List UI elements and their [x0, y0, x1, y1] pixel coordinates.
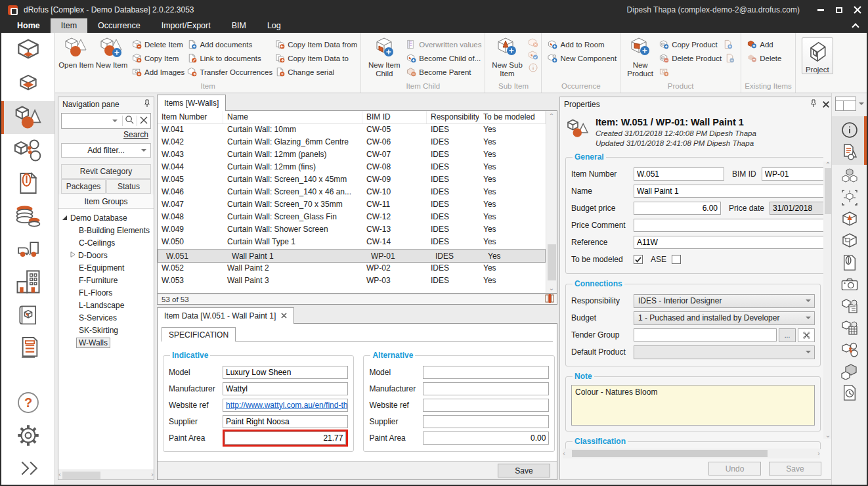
child-items-panel-button[interactable] [832, 360, 867, 382]
table-row[interactable]: W.052Wall Paint 2WP-02IDESYes [158, 263, 546, 275]
close-panel-icon[interactable] [823, 101, 829, 108]
revit-category-button[interactable]: Revit Category [61, 164, 151, 179]
expanded-icon[interactable] [62, 215, 67, 220]
items-tab[interactable]: Items [W-Walls] [157, 95, 226, 111]
sub-item-info-button[interactable] [528, 62, 538, 72]
maximize-button[interactable] [830, 2, 848, 18]
tree-node[interactable]: L-Landscape [58, 299, 154, 311]
table-row[interactable]: W.053Wall Paint 3WP-03IDESYes [158, 275, 546, 288]
panel-layout-button[interactable] [835, 97, 864, 111]
properties-save-button[interactable]: Save [769, 462, 821, 475]
existing-items-add-button[interactable]: Add [747, 37, 781, 51]
column-header-item-number[interactable]: Item Number [158, 111, 223, 123]
search-input[interactable] [62, 116, 112, 125]
scroll-down-icon[interactable]: ⌄ [825, 432, 831, 439]
scroll-up-icon[interactable]: ⌃ [825, 162, 831, 168]
module-finance-button[interactable] [1, 200, 54, 232]
copy-item-data-from-button[interactable]: Copy Item Data from [275, 37, 357, 51]
products-panel-button[interactable] [832, 165, 867, 187]
table-row[interactable]: W.049Curtain Wall: Shower ScreenCW-13IDE… [158, 224, 546, 236]
copy-product-doc-icon[interactable] [723, 39, 733, 49]
ase-checkbox[interactable] [672, 255, 681, 264]
specification-tab[interactable]: SPECIFICATION [162, 327, 236, 342]
budget-dropdown[interactable]: 1 - Puchased and installed by Developer [634, 311, 815, 325]
add-images-button[interactable]: Add Images [132, 65, 184, 79]
copy-item-button[interactable]: Copy Item [132, 51, 184, 65]
transfer-occurrences-button[interactable]: Transfer Occurrences [187, 65, 272, 79]
scroll-left-icon[interactable]: ‹ [563, 451, 565, 457]
scroll-right-icon[interactable]: › [817, 451, 820, 457]
table-row[interactable]: W.043Curtain Wall: 12mm (panels)CW-07IDE… [158, 149, 546, 162]
images-panel-button[interactable] [832, 273, 867, 295]
table-row[interactable]: W.050Curtain Wall Type 1CW-14IDESYes [158, 236, 546, 249]
delete-item-button[interactable]: Delete Item [132, 37, 184, 51]
properties-horizontal-scrollbar[interactable]: ‹ › [563, 449, 820, 458]
scroll-down-icon[interactable]: ⌄ [546, 283, 557, 293]
bim-id-field[interactable] [762, 167, 823, 181]
price-comment-field[interactable] [634, 219, 823, 232]
tree-node-selected[interactable]: W-Walls [58, 336, 154, 349]
scrollbar-thumb[interactable] [548, 244, 556, 280]
new-product-button[interactable]: New Product [624, 35, 657, 78]
link-to-documents-button[interactable]: Link to documents [187, 51, 272, 65]
alternative-manufacturer-field[interactable] [423, 382, 549, 395]
column-header-responsibility[interactable]: Responsibility [427, 111, 479, 123]
search-dropdown-icon[interactable] [112, 120, 118, 122]
undo-button[interactable]: Undo [708, 462, 761, 475]
attachments-panel-button[interactable] [832, 252, 867, 273]
new-item-button[interactable]: New Item [94, 35, 129, 70]
menu-tab-home[interactable]: Home [1, 18, 51, 33]
table-row[interactable]: W.047Curtain Wall: Screen_70 x 35mmCW-11… [158, 199, 546, 211]
budget-price-field[interactable] [634, 202, 721, 215]
module-items-button[interactable] [1, 101, 54, 134]
scroll-up-icon[interactable]: ⌃ [546, 111, 557, 121]
table-row[interactable]: W.045Curtain Wall: Screen_140 x 45mmCW-0… [158, 174, 546, 187]
existing-items-delete-button[interactable]: Delete [747, 51, 781, 65]
add-documents-button[interactable]: Add documents [187, 37, 272, 51]
module-logistics-button[interactable] [1, 232, 54, 265]
sidebar-expand-button[interactable] [1, 452, 54, 485]
packages-button[interactable]: Packages [61, 179, 106, 194]
delete-product-doc-icon[interactable] [725, 53, 735, 63]
to-be-modeled-checkbox[interactable] [634, 255, 643, 264]
become-child-of-button[interactable]: Become Child of... [406, 51, 481, 65]
module-room-function-button[interactable] [1, 68, 54, 101]
tender-group-browse-button[interactable]: ... [779, 328, 796, 342]
note-field[interactable]: Colour - Natures Bloom [571, 385, 815, 426]
indicative-paint-area-field[interactable] [225, 431, 346, 445]
overwritten-values-button[interactable]: Overwritten values [406, 37, 481, 51]
table-row[interactable]: W.048Curtain Wall: Screen_Glass FinCW-12… [158, 211, 546, 224]
item-groups-header[interactable]: Item Groups [58, 194, 154, 209]
filter-indicator-icon[interactable] [545, 294, 554, 304]
indicative-supplier-field[interactable] [223, 415, 348, 428]
table-row[interactable]: W.042Curtain Wall: Glazing_6mm CentreCW-… [158, 137, 546, 149]
scrollbar-thumb[interactable] [572, 450, 768, 457]
module-components-button[interactable] [1, 134, 54, 167]
price-date-field[interactable] [770, 202, 823, 215]
tree-node[interactable]: D-Doors [58, 249, 154, 261]
new-item-child-button[interactable]: New Item Child [364, 35, 404, 78]
item-structure-panel-button[interactable] [832, 295, 867, 317]
item-data-panel-button[interactable] [832, 141, 867, 162]
scrollbar-thumb[interactable] [62, 472, 100, 479]
sub-item-delete-button[interactable] [528, 37, 538, 47]
project-button[interactable]: Project [802, 37, 833, 74]
item-links-panel-button[interactable] [832, 338, 867, 360]
open-item-button[interactable]: Open Item [58, 35, 94, 70]
new-component-button[interactable]: New Component [548, 51, 617, 65]
menu-tab-bim[interactable]: BIM [221, 18, 257, 33]
model-transform-panel-button[interactable] [832, 187, 867, 208]
menu-tab-occurrence[interactable]: Occurrence [87, 18, 151, 33]
collapsed-icon[interactable] [70, 251, 76, 260]
menu-tab-log[interactable]: Log [257, 18, 292, 33]
close-button[interactable] [848, 2, 867, 18]
product-box-panel-button[interactable] [832, 230, 867, 252]
tender-group-clear-button[interactable] [798, 328, 815, 342]
tree-node[interactable]: C-Ceilings [58, 236, 154, 249]
default-product-dropdown[interactable] [634, 345, 815, 359]
add-to-room-button[interactable]: Add to Room [548, 37, 617, 51]
scroll-left-icon[interactable]: ‹ [58, 472, 61, 478]
item-data-tab[interactable]: Item Data [W.051 - Wall Paint 1] [157, 307, 294, 324]
tree-node[interactable]: E-Equipment [58, 261, 154, 274]
tree-node-demo-database[interactable]: Demo Database [58, 211, 154, 224]
